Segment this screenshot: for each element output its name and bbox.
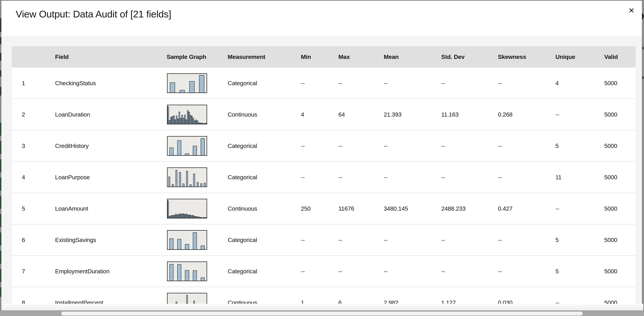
graph-bar-slot	[196, 293, 200, 304]
cell-min: 4	[298, 111, 336, 118]
graph-bar	[177, 140, 181, 155]
background-fragment	[0, 18, 2, 32]
column-header-mean: Mean	[381, 53, 438, 60]
cell-skewness: --	[495, 142, 553, 149]
table-bottom-fade	[3, 304, 643, 311]
cell-valid: 5000	[602, 142, 636, 149]
sample-graph-EmploymentDuration	[167, 262, 207, 281]
cell-valid: 5000	[602, 237, 636, 243]
graph-bar-slot	[183, 199, 184, 218]
cell-min: --	[298, 174, 336, 181]
graph-bar	[186, 171, 188, 187]
cell-mean: --	[381, 142, 438, 149]
graph-bar	[170, 239, 174, 249]
cell-std_dev: --	[438, 142, 495, 149]
close-icon[interactable]: ✕	[626, 5, 637, 16]
graph-bar-slot	[199, 137, 206, 155]
graph-bar-slot	[183, 137, 191, 155]
cell-max: --	[336, 237, 381, 243]
graph-bar-slot	[199, 231, 206, 249]
table-header-row: FieldSample GraphMeasurementMinMaxMeanSt…	[12, 46, 636, 68]
graph-bar-slot	[188, 105, 190, 124]
graph-bar-slot	[192, 293, 196, 304]
graph-bar	[200, 183, 202, 187]
cell-unique: --	[553, 299, 602, 304]
sample-graph-ExistingSavings	[167, 230, 207, 250]
background-fragment	[0, 70, 2, 76]
graph-bar	[190, 184, 192, 187]
graph-bar-slot	[178, 293, 182, 304]
table-row-ExistingSavings: 6ExistingSavingsCategorical----------550…	[12, 224, 636, 255]
graph-bar-slot	[195, 199, 196, 218]
cell-min: --	[298, 142, 336, 149]
graph-bar-slot	[169, 105, 170, 124]
cell-skewness: --	[495, 237, 553, 243]
table-row-InstallmentPercent: 8InstallmentPercentContinuous162.9821.12…	[12, 287, 636, 304]
graph-bar	[198, 123, 200, 124]
cell-min: 1	[298, 299, 336, 304]
background-fragment-green	[0, 196, 2, 209]
cell-valid: 5000	[602, 205, 636, 212]
cell-max: --	[336, 268, 381, 275]
graph-bar	[197, 182, 199, 187]
background-fragment-green	[0, 141, 2, 154]
graph-bar-slot	[171, 168, 174, 187]
graph-bar-slot	[197, 105, 198, 124]
graph-bar-slot	[168, 137, 176, 155]
graph-bar-slot	[168, 262, 176, 281]
cell-std_dev: 2488.233	[438, 205, 495, 212]
graph-bar-slot	[199, 262, 206, 281]
cell-mean: --	[381, 237, 438, 243]
graph-bar	[172, 184, 174, 187]
cell-num: 3	[12, 142, 52, 149]
cell-num: 8	[12, 299, 52, 304]
horizontal-scrollbar-thumb[interactable]	[61, 312, 583, 316]
graph-bar-slot	[190, 199, 191, 218]
graph-bar	[174, 215, 175, 218]
graph-bar-slot	[176, 199, 176, 218]
graph-bar	[203, 217, 204, 218]
cell-valid: 5000	[602, 299, 636, 304]
graph-bar-slot	[169, 199, 170, 218]
column-header-field: Field	[52, 53, 164, 60]
graph-bar	[180, 214, 182, 218]
background-fragment-green	[0, 251, 2, 264]
column-header-skewness: Skewness	[495, 53, 553, 60]
graph-bar	[201, 138, 205, 155]
cell-mean: 2.982	[381, 299, 438, 304]
cell-min: 250	[298, 205, 336, 212]
chevron-right-icon: ❯	[642, 11, 644, 20]
cell-num: 7	[12, 268, 52, 275]
cell-unique: 4	[553, 80, 602, 87]
graph-bar-slot	[184, 105, 186, 124]
graph-bar-slot	[189, 168, 192, 187]
graph-bar	[177, 119, 179, 124]
view-output-modal: View Output: Data Audit of [21 fields] ✕…	[2, 1, 642, 316]
graph-bar-slot	[168, 168, 171, 187]
graph-bar	[196, 120, 197, 124]
sample-graph-cell	[164, 136, 225, 156]
cell-num: 1	[12, 80, 52, 87]
background-fragment-green	[0, 214, 2, 227]
cell-min: --	[298, 268, 336, 275]
sample-graph-cell	[164, 73, 225, 93]
graph-bar	[173, 215, 174, 218]
graph-bar-slot	[177, 74, 187, 92]
graph-bar	[204, 183, 206, 187]
sample-graph-cell	[164, 293, 225, 304]
horizontal-scrollbar-track[interactable]	[0, 311, 644, 316]
graph-bar	[190, 115, 191, 124]
graph-bar	[191, 216, 192, 218]
cell-min: --	[298, 237, 336, 243]
graph-bar-slot	[177, 105, 179, 124]
background-fragment-green	[0, 287, 2, 297]
graph-bar	[180, 118, 182, 124]
graph-bar-slot	[173, 105, 174, 124]
graph-bar	[188, 112, 190, 124]
cell-skewness: 0.030	[495, 299, 553, 304]
data-audit-table: FieldSample GraphMeasurementMinMaxMeanSt…	[12, 46, 636, 304]
graph-bar	[190, 215, 191, 218]
graph-bar-slot	[203, 199, 204, 218]
graph-bar-slot	[191, 231, 199, 249]
graph-bar-slot	[179, 199, 180, 218]
